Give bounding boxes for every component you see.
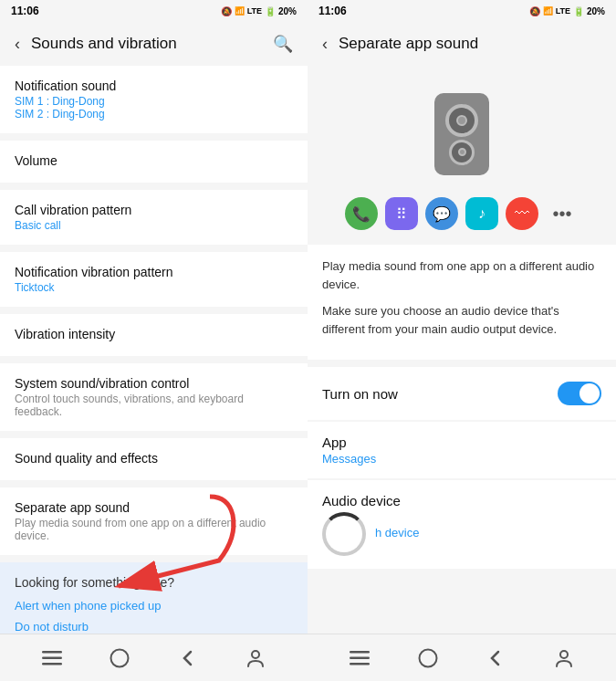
speaker-circle-small-inner [458,148,466,156]
speaker-circle-large [445,104,478,137]
right-bottom-nav [308,634,616,681]
call-vibration-item[interactable]: Call vibration pattern Basic call [0,190,308,245]
system-sound-item[interactable]: System sound/vibration control Control t… [0,363,308,431]
left-page-title: Sounds and vibration [31,35,273,53]
right-time: 11:06 [318,5,347,17]
left-nav-home[interactable] [99,638,140,678]
alert-pickup-link[interactable]: Alert when phone picked up [15,599,293,613]
system-sound-group: System sound/vibration control Control t… [0,363,308,431]
speaker-circle-large-inner [456,115,467,126]
right-notification-icon: 🔕 [529,6,540,16]
do-not-disturb-link[interactable]: Do not disturb [15,620,293,634]
right-battery-percent: 20% [587,6,605,16]
audio-device-spinner-inner [328,518,360,550]
right-back-button[interactable]: ‹ [322,35,328,54]
svg-point-5 [252,651,259,658]
svg-point-4 [111,649,129,666]
volume-group: Volume [0,141,308,183]
right-nav-person[interactable] [544,638,584,678]
sound-quality-item[interactable]: Sound quality and effects [0,438,308,480]
right-nav-home[interactable] [408,638,448,678]
looking-section: Looking for something else? Alert when p… [0,562,308,634]
description-text-2: Make sure you choose an audio device tha… [322,302,601,338]
battery-icon: 🔋 [265,6,276,16]
right-status-bar: 11:06 🔕 📶 LTE 🔋 20% [308,0,616,22]
left-nav-menu[interactable] [32,638,72,678]
battery-percent: 20% [278,6,297,16]
left-panel: 11:06 🔕 📶 LTE 🔋 20% ‹ Sounds and vibrati… [0,0,308,681]
notification-sound-title: Notification sound [15,79,293,93]
app-row[interactable]: App Messages [308,422,616,478]
speaker-section [308,66,616,190]
music-app-icon[interactable]: ♪ [465,197,498,230]
app-icons-row: 📞 ⠿ 💬 ♪ 〰 ••• [308,190,616,245]
notification-vibration-title: Notification vibration pattern [15,265,293,279]
notification-icon: 🔕 [221,6,232,16]
message-app-icon[interactable]: 💬 [425,197,458,230]
audio-device-spinner [322,512,366,556]
left-content-wrapper: Notification sound SIM 1 : Ding-Dong SIM… [0,66,308,634]
svg-rect-8 [350,663,370,665]
svg-rect-2 [42,656,62,659]
looking-title: Looking for something else? [15,575,293,590]
svg-point-10 [560,651,568,658]
system-sound-sub: Control touch sounds, vibrations, and ke… [15,393,293,418]
app-row-value: Messages [322,452,601,466]
left-scroll-content: Notification sound SIM 1 : Ding-Dong SIM… [0,66,308,634]
svg-rect-1 [42,651,62,654]
left-back-button[interactable]: ‹ [15,35,20,54]
notification-sound-sim2: SIM 2 : Ding-Dong [15,108,293,120]
left-time: 11:06 [11,5,39,17]
separate-app-group: Separate app sound Play media sound from… [0,487,308,555]
left-top-bar: ‹ Sounds and vibration 🔍 [0,22,308,66]
volume-item[interactable]: Volume [0,141,308,183]
notification-sound-item[interactable]: Notification sound SIM 1 : Ding-Dong SIM… [0,66,308,133]
vibration-intensity-group: Vibration intensity [0,314,308,356]
more-apps-button[interactable]: ••• [546,197,579,230]
svg-rect-3 [42,663,62,665]
signal-icon: 📶 [235,6,245,16]
volume-title: Volume [15,153,293,168]
toggle-row[interactable]: Turn on now [308,367,616,420]
notification-vibration-item[interactable]: Notification vibration pattern Ticktock [0,252,308,307]
speaker-circle-small [449,140,475,165]
toggle-switch[interactable] [558,382,601,405]
right-page-title: Separate app sound [339,35,601,53]
left-status-icons: 🔕 📶 LTE 🔋 20% [221,6,297,16]
call-vibration-value: Basic call [15,219,293,232]
right-panel: 11:06 🔕 📶 LTE 🔋 20% ‹ Separate app sound [308,0,616,681]
app-row-title: App [322,435,601,450]
svg-rect-7 [350,656,370,659]
right-lte-icon: LTE [556,6,570,16]
right-status-icons: 🔕 📶 LTE 🔋 20% [529,6,605,16]
left-bottom-nav [0,634,308,681]
sound-quality-title: Sound quality and effects [15,451,293,466]
left-nav-person[interactable] [235,638,276,678]
notification-sound-sim1: SIM 1 : Ding-Dong [15,95,293,108]
right-scroll: 📞 ⠿ 💬 ♪ 〰 ••• Play media sound from one … [308,66,616,634]
separate-app-item[interactable]: Separate app sound Play media sound from… [0,487,308,555]
lte-icon: LTE [247,6,262,16]
left-search-button[interactable]: 🔍 [273,34,293,54]
phone-app-icon[interactable]: 📞 [345,197,378,230]
toggle-thumb [579,383,600,403]
notification-vibration-group: Notification vibration pattern Ticktock [0,252,308,307]
right-signal-icon: 📶 [543,6,553,16]
waveform-app-icon[interactable]: 〰 [506,197,538,230]
vibration-intensity-title: Vibration intensity [15,327,293,341]
audio-device-row[interactable]: Audio device h device [308,480,616,569]
audio-device-value: h device [375,526,419,540]
grid-app-icon[interactable]: ⠿ [385,197,418,230]
right-nav-menu[interactable] [339,638,380,678]
separate-app-sub: Play media sound from one app on a diffe… [15,517,293,542]
audio-device-title: Audio device [322,493,601,508]
svg-rect-6 [350,651,370,654]
notification-sound-group: Notification sound SIM 1 : Ding-Dong SIM… [0,66,308,133]
sound-quality-group: Sound quality and effects [0,438,308,480]
description-section: Play media sound from one app on a diffe… [308,245,616,360]
left-status-bar: 11:06 🔕 📶 LTE 🔋 20% [0,0,308,22]
right-nav-back[interactable] [475,638,516,678]
vibration-intensity-item[interactable]: Vibration intensity [0,314,308,356]
left-nav-back[interactable] [168,638,208,678]
separate-app-title: Separate app sound [15,500,293,515]
